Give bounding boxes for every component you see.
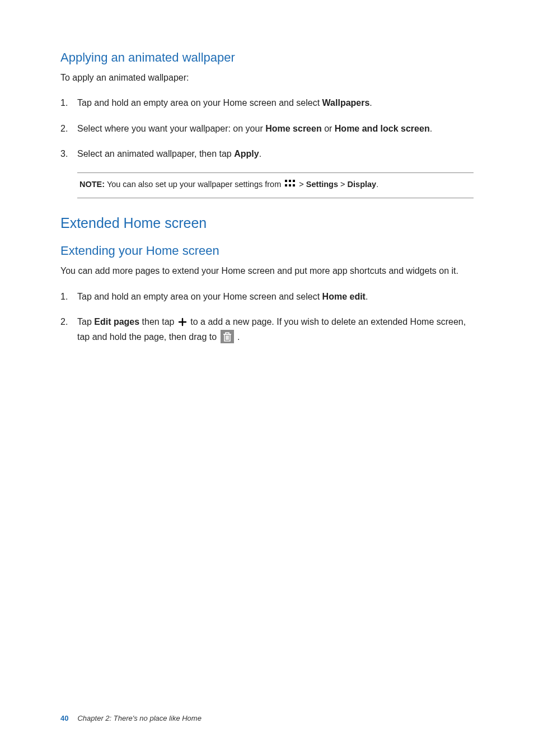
step-3: Select an animated wallpaper, then tap A… <box>60 147 474 160</box>
svg-rect-4 <box>289 184 291 186</box>
step-text: Tap and hold an empty area on your Home … <box>77 292 322 301</box>
step-bold: Apply <box>234 149 259 158</box>
note-display: Display <box>348 180 377 189</box>
step-text: . <box>259 149 261 158</box>
note-settings: Settings <box>306 180 338 189</box>
svg-rect-2 <box>293 180 295 182</box>
note-sep: > <box>338 180 348 189</box>
step-text: Tap <box>77 317 94 326</box>
step-text: Select an animated wallpaper, then tap <box>77 149 234 158</box>
svg-rect-3 <box>285 184 287 186</box>
step-2: Select where you want your wallpaper: on… <box>60 122 474 135</box>
note-sep: > <box>297 180 306 189</box>
page-footer: 40Chapter 2: There's no place like Home <box>60 714 202 722</box>
step-2: Tap Edit pages then tap to a add a new p… <box>60 315 474 347</box>
step-text: . <box>366 292 368 301</box>
step-bold: Edit pages <box>94 317 139 326</box>
step-1: Tap and hold an empty area on your Home … <box>60 290 474 303</box>
page-number: 40 <box>60 714 68 722</box>
chapter-title: Chapter 2: There's no place like Home <box>77 714 201 722</box>
step-bold: Home screen <box>265 124 322 133</box>
trash-icon <box>221 330 234 347</box>
step-text: Tap and hold an empty area on your Home … <box>77 98 322 108</box>
steps-applying-wallpaper: Tap and hold an empty area on your Home … <box>60 96 474 160</box>
step-text: . <box>235 332 240 342</box>
note-box: NOTE: You can also set up your wallpaper… <box>77 172 474 198</box>
note-text: You can also set up your wallpaper setti… <box>105 180 283 189</box>
step-text: . <box>369 98 372 108</box>
note-after: . <box>376 180 378 189</box>
intro-applying-wallpaper: To apply an animated wallpaper: <box>60 72 474 84</box>
document-page: Applying an animated wallpaper To apply … <box>0 0 534 756</box>
heading-extending-home: Extending your Home screen <box>60 244 474 258</box>
apps-grid-icon <box>284 179 296 192</box>
intro-extending-home: You can add more pages to extend your Ho… <box>60 265 474 277</box>
step-bold: Wallpapers <box>322 98 370 108</box>
svg-rect-5 <box>293 184 295 186</box>
heading-applying-wallpaper: Applying an animated wallpaper <box>60 50 474 65</box>
step-text: Select where you want your wallpaper: on… <box>77 124 265 133</box>
step-1: Tap and hold an empty area on your Home … <box>60 96 474 109</box>
step-text: or <box>322 124 335 133</box>
step-text: then tap <box>139 317 177 326</box>
svg-rect-0 <box>285 180 287 182</box>
plus-icon <box>178 317 187 330</box>
steps-extending-home: Tap and hold an empty area on your Home … <box>60 290 474 347</box>
step-bold: Home and lock screen <box>335 124 430 133</box>
step-bold: Home edit <box>322 292 366 301</box>
step-text: . <box>430 124 432 133</box>
svg-rect-1 <box>289 180 291 182</box>
heading-extended-home: Extended Home screen <box>60 215 474 231</box>
note-label: NOTE: <box>79 180 105 189</box>
